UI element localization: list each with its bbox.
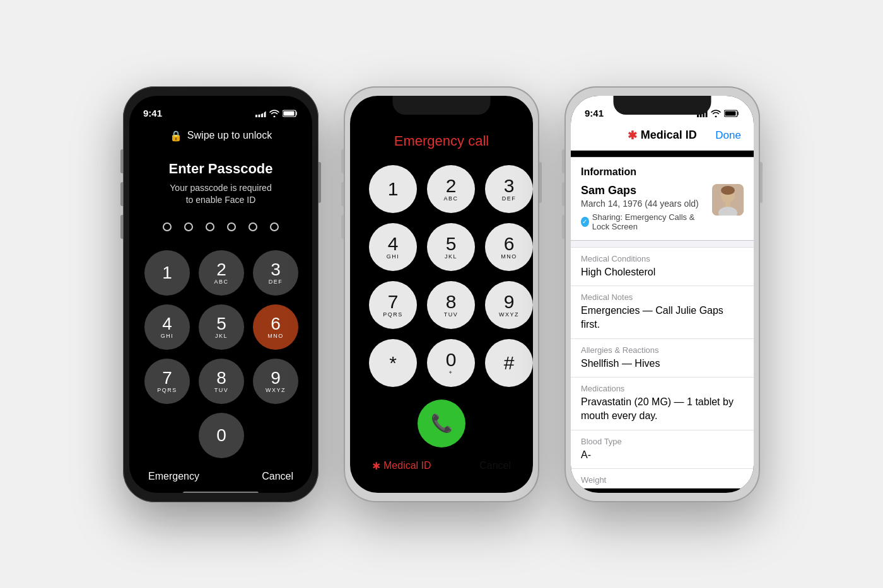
cancel-button-2[interactable]: Cancel: [479, 460, 511, 472]
wifi-icon-3: [711, 110, 721, 117]
person-row: Sam Gaps March 14, 1976 (44 years old) ✓…: [581, 184, 744, 231]
key-8[interactable]: 8TUV: [199, 359, 244, 404]
home-indicator-1: [183, 492, 259, 493]
medical-conditions-label: Medical Conditions: [581, 254, 744, 263]
swipe-text: Swipe up to unlock: [187, 130, 272, 141]
bottom-actions-1: Emergency Cancel: [129, 458, 312, 488]
key-4[interactable]: 4GHI: [144, 304, 190, 350]
dot-6: [270, 222, 279, 231]
e-key-4[interactable]: 4GHI: [369, 223, 417, 271]
asterisk-icon-3: ✱: [628, 129, 637, 142]
blood-type-row: Blood Type A-: [571, 430, 754, 469]
allergies-row: Allergies & Reactions Shellfish — Hives: [571, 339, 754, 378]
medications-value: Pravastatin (20 MG) — 1 tablet by mouth …: [581, 395, 744, 424]
key-1[interactable]: 1: [144, 250, 190, 296]
sharing-text: Sharing: Emergency Calls & Lock Screen: [592, 212, 712, 231]
person-avatar-svg: [712, 184, 744, 216]
phone-emergency: Emergency call 1 2ABC 3DEF 4GHI 5JKL 6MN…: [344, 86, 539, 502]
allergies-value: Shellfish — Hives: [581, 357, 744, 371]
e-key-hash[interactable]: #: [485, 339, 533, 387]
weight-value: 197 lb: [581, 487, 744, 488]
call-button[interactable]: 📞: [418, 400, 465, 447]
phone-medical-id: 9:41: [564, 86, 760, 502]
status-time-3: 9:41: [585, 108, 604, 118]
dot-5: [249, 222, 257, 231]
avatar-face: [712, 184, 744, 216]
blood-type-label: Blood Type: [581, 437, 744, 446]
e-key-0[interactable]: 0+: [427, 339, 475, 387]
lock-icon-row: 🔒 Swipe up to unlock: [170, 130, 272, 142]
weight-row: Weight 197 lb: [571, 469, 754, 488]
medical-notes-row: Medical Notes Emergencies — Call Julie G…: [571, 286, 754, 339]
svg-rect-6: [697, 115, 699, 117]
medical-notes-value: Emergencies — Call Julie Gaps first.: [581, 304, 744, 332]
phone-lockscreen: 9:41: [123, 86, 319, 502]
medical-content: Information Sam Gaps March 14, 1976 (44 …: [571, 151, 754, 488]
dot-2: [184, 222, 193, 231]
medical-conditions-row: Medical Conditions High Cholesterol: [571, 247, 754, 286]
key-3[interactable]: 3DEF: [253, 250, 298, 296]
allergies-label: Allergies & Reactions: [581, 345, 744, 355]
medical-id-button[interactable]: ✱ Medical ID: [372, 460, 431, 472]
medications-label: Medications: [581, 384, 744, 393]
e-key-6[interactable]: 6MNO: [485, 223, 533, 271]
e-key-1[interactable]: 1: [369, 165, 417, 213]
phone-icon: 📞: [431, 413, 453, 434]
dot-1: [163, 222, 172, 231]
svg-rect-5: [284, 111, 295, 115]
person-dob: March 14, 1976 (44 years old): [581, 199, 712, 209]
person-info: Sam Gaps March 14, 1976 (44 years old) ✓…: [581, 184, 712, 231]
key-6[interactable]: 6MNO: [253, 304, 298, 350]
phones-container: 9:41: [123, 86, 760, 502]
sharing-row: ✓ Sharing: Emergency Calls & Lock Screen: [581, 212, 712, 231]
home-indicator-3: [624, 492, 700, 493]
numpad-1: 1 2ABC 3DEF 4GHI 5JKL 6MNO 7PQRS 8TUV 9W…: [129, 250, 312, 458]
enter-passcode-title: Enter Passcode: [168, 161, 272, 177]
e-key-7[interactable]: 7PQRS: [369, 281, 417, 329]
svg-rect-16: [725, 202, 730, 207]
e-key-5[interactable]: 5JKL: [427, 223, 475, 271]
key-2[interactable]: 2ABC: [199, 250, 244, 296]
battery-icon-1: [283, 110, 298, 117]
dot-4: [227, 222, 236, 231]
key-empty-right: [253, 413, 298, 458]
medications-row: Medications Pravastatin (20 MG) — 1 tabl…: [571, 378, 754, 430]
key-5[interactable]: 5JKL: [199, 304, 244, 350]
notch-2: [393, 96, 491, 115]
svg-rect-0: [255, 115, 257, 117]
numpad-2: 1 2ABC 3DEF 4GHI 5JKL 6MNO 7PQRS 8TUV 9W…: [350, 165, 533, 387]
lock-content: 🔒 Swipe up to unlock Enter Passcode Your…: [129, 124, 312, 458]
medical-id-label[interactable]: Medical ID: [383, 460, 431, 471]
e-key-2[interactable]: 2ABC: [427, 165, 475, 213]
blood-type-value: A-: [581, 448, 744, 462]
wifi-icon-1: [269, 110, 279, 117]
key-0[interactable]: 0: [199, 413, 244, 458]
key-7[interactable]: 7PQRS: [144, 359, 190, 404]
home-indicator-2: [404, 488, 479, 491]
sharing-icon: ✓: [581, 217, 589, 227]
lock-icon: 🔒: [170, 130, 182, 142]
done-button[interactable]: Done: [715, 129, 741, 142]
avatar: [712, 184, 744, 216]
emergency-button-1[interactable]: Emergency: [148, 471, 199, 482]
asterisk-icon-2: ✱: [372, 460, 380, 472]
weight-label: Weight: [581, 475, 744, 485]
medical-id-title: ✱ Medical ID: [628, 129, 697, 142]
svg-point-14: [721, 186, 735, 195]
medical-conditions-value: High Cholesterol: [581, 265, 744, 279]
dot-3: [206, 222, 214, 231]
passcode-subtitle: Your passcode is required to enable Face…: [170, 182, 271, 207]
key-9[interactable]: 9WXYZ: [253, 359, 298, 404]
e-key-9[interactable]: 9WXYZ: [485, 281, 533, 329]
e-key-star[interactable]: *: [369, 339, 417, 387]
e-key-3[interactable]: 3DEF: [485, 165, 533, 213]
battery-icon-3: [724, 110, 740, 117]
e-key-8[interactable]: 8TUV: [427, 281, 475, 329]
info-section-title: Information: [581, 166, 744, 178]
medical-id-header: ✱ Medical ID Done: [571, 124, 754, 151]
status-time-1: 9:41: [143, 108, 162, 118]
person-name: Sam Gaps: [581, 184, 712, 197]
emergency-title: Emergency call: [350, 133, 533, 149]
cancel-button-1[interactable]: Cancel: [262, 471, 293, 482]
spacer-1: [571, 241, 754, 247]
